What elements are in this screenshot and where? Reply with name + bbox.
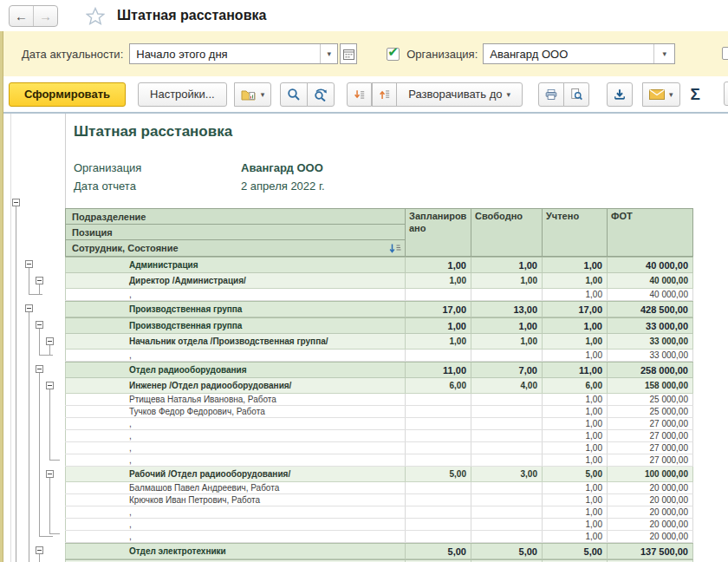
cell-fot[interactable]: 25 000,00 bbox=[608, 394, 693, 405]
collapse-toggle[interactable] bbox=[36, 365, 43, 373]
cell-fot[interactable]: 20 000,00 bbox=[608, 519, 693, 530]
cell-planned[interactable] bbox=[406, 406, 471, 417]
cell-fot[interactable]: 428 500,00 bbox=[608, 302, 693, 317]
cell-planned[interactable] bbox=[406, 531, 471, 542]
cell-accounted[interactable]: 6,00 bbox=[543, 378, 608, 393]
header-accounted[interactable]: Учтено bbox=[543, 209, 608, 256]
cell-accounted[interactable]: 17,00 bbox=[543, 302, 608, 317]
cell-planned[interactable]: 1,00 bbox=[406, 273, 471, 288]
cell-planned[interactable] bbox=[406, 454, 471, 466]
cell-accounted[interactable]: 1,00 bbox=[543, 334, 608, 349]
cell-free[interactable] bbox=[471, 394, 543, 405]
cell-fot[interactable]: 137 500,00 bbox=[608, 544, 693, 559]
cell-planned[interactable] bbox=[406, 289, 471, 300]
cell-accounted[interactable]: 1,00 bbox=[543, 430, 608, 441]
collapse-all-button[interactable] bbox=[372, 82, 397, 107]
cell-accounted[interactable]: 1,00 bbox=[543, 394, 608, 405]
cell-fot[interactable]: 27 000,00 bbox=[608, 430, 693, 441]
cell-fot[interactable]: 158 000,00 bbox=[608, 378, 693, 393]
cell-planned[interactable]: 11,00 bbox=[406, 363, 471, 377]
cell-planned[interactable] bbox=[406, 394, 471, 405]
settings-button[interactable]: Настройки... bbox=[138, 82, 227, 107]
collapse-toggle[interactable] bbox=[46, 382, 54, 389]
cell-accounted[interactable]: 1,00 bbox=[543, 350, 608, 361]
collapse-toggle[interactable] bbox=[36, 321, 43, 329]
cell-fot[interactable]: 25 000,00 bbox=[608, 406, 693, 417]
cell-free[interactable]: 3,00 bbox=[471, 467, 543, 481]
cell-name[interactable]: Производственная группа bbox=[65, 302, 406, 317]
cell-name[interactable]: , bbox=[65, 454, 406, 466]
cell-fot[interactable]: 33 000,00 bbox=[608, 318, 693, 333]
cell-accounted[interactable]: 1,00 bbox=[543, 258, 608, 272]
header-fot[interactable]: ФОТ bbox=[608, 209, 693, 256]
cell-free[interactable] bbox=[471, 494, 543, 506]
cell-accounted[interactable]: 1,00 bbox=[543, 442, 608, 454]
cell-fot[interactable]: 33 000,00 bbox=[608, 350, 693, 361]
cell-name[interactable]: , bbox=[65, 350, 406, 361]
cell-name[interactable]: , bbox=[65, 289, 406, 300]
cell-name[interactable]: Ртищева Наталья Ивановна, Работа bbox=[65, 394, 406, 405]
cell-fot[interactable]: 20 000,00 bbox=[608, 482, 693, 493]
cell-name[interactable]: Рабочий /Отдел радиооборудования/ bbox=[65, 467, 406, 481]
cell-fot[interactable]: 40 000,00 bbox=[608, 273, 693, 288]
cell-planned[interactable] bbox=[406, 418, 471, 429]
print-button[interactable] bbox=[538, 82, 564, 107]
calendar-button[interactable] bbox=[340, 43, 357, 64]
cell-planned[interactable]: 5,00 bbox=[406, 544, 471, 559]
expand-all-button[interactable] bbox=[347, 82, 372, 107]
more-button[interactable] bbox=[724, 82, 728, 106]
cell-free[interactable]: 5,00 bbox=[471, 544, 543, 559]
collapse-toggle[interactable] bbox=[25, 304, 33, 312]
cell-planned[interactable] bbox=[406, 442, 471, 454]
cell-free[interactable] bbox=[471, 506, 543, 518]
cell-free[interactable] bbox=[471, 442, 543, 454]
cell-name[interactable]: Крючков Иван Петрович, Работа bbox=[65, 494, 406, 506]
cell-accounted[interactable]: 1,00 bbox=[543, 531, 608, 542]
cell-name[interactable]: Администрация bbox=[65, 258, 406, 272]
collapse-toggle[interactable] bbox=[46, 470, 54, 478]
generate-button[interactable]: Сформировать bbox=[9, 82, 126, 107]
cell-fot[interactable]: 33 000,00 bbox=[608, 334, 693, 349]
cell-free[interactable] bbox=[471, 482, 543, 493]
cell-accounted[interactable]: 1,00 bbox=[543, 273, 608, 288]
cell-fot[interactable]: 40 000,00 bbox=[608, 289, 693, 300]
cell-name[interactable]: , bbox=[65, 430, 406, 441]
cell-planned[interactable] bbox=[406, 430, 471, 441]
sort-descending-icon[interactable] bbox=[389, 244, 401, 253]
cell-free[interactable]: 1,00 bbox=[471, 273, 543, 288]
cell-free[interactable] bbox=[471, 350, 543, 361]
send-mail-button[interactable]: ▾ bbox=[642, 82, 680, 107]
cell-planned[interactable] bbox=[406, 350, 471, 361]
cell-planned[interactable]: 5,00 bbox=[406, 467, 471, 481]
cell-fot[interactable]: 27 000,00 bbox=[608, 418, 693, 429]
cell-accounted[interactable]: 1,00 bbox=[543, 418, 608, 429]
expand-to-button[interactable]: Разворачивать до ▾ bbox=[396, 82, 523, 107]
cell-accounted[interactable]: 1,00 bbox=[543, 494, 608, 506]
header-free[interactable]: Свободно bbox=[471, 209, 543, 256]
cell-fot[interactable]: 258 000,00 bbox=[608, 363, 693, 377]
favorite-button[interactable] bbox=[86, 7, 105, 25]
cell-name[interactable]: Балмашов Павел Андреевич, Работа bbox=[65, 482, 406, 493]
cell-name[interactable]: , bbox=[65, 506, 406, 518]
cell-name[interactable]: , bbox=[65, 418, 406, 429]
cell-free[interactable]: 13,00 bbox=[471, 302, 543, 317]
date-relevance-field[interactable]: Начало этого дня bbox=[130, 44, 320, 63]
cell-accounted[interactable]: 5,00 bbox=[543, 544, 608, 559]
cell-name[interactable]: Директор /Администрация/ bbox=[65, 273, 406, 288]
cell-free[interactable] bbox=[471, 418, 543, 429]
cell-free[interactable]: 1,00 bbox=[471, 334, 543, 349]
organization-field[interactable]: Авангард ООО bbox=[484, 44, 653, 63]
sum-button[interactable]: Σ bbox=[691, 85, 700, 104]
cell-accounted[interactable]: 1,00 bbox=[543, 519, 608, 530]
cell-name[interactable]: Инженер /Отдел радиооборудования/ bbox=[65, 378, 406, 393]
cell-accounted[interactable]: 11,00 bbox=[543, 363, 608, 377]
date-dropdown-button[interactable]: ▾ bbox=[320, 44, 337, 63]
header-employee-state[interactable]: Сотрудник, Состояние bbox=[66, 240, 405, 256]
collapse-toggle[interactable] bbox=[12, 199, 20, 206]
cell-free[interactable] bbox=[471, 531, 543, 542]
cell-free[interactable]: 4,00 bbox=[471, 378, 543, 393]
cell-name[interactable]: Отдел радиооборудования bbox=[65, 363, 406, 377]
cell-planned[interactable] bbox=[406, 506, 471, 518]
organization-checkbox[interactable]: ✔ bbox=[387, 48, 400, 61]
cell-planned[interactable] bbox=[406, 519, 471, 530]
